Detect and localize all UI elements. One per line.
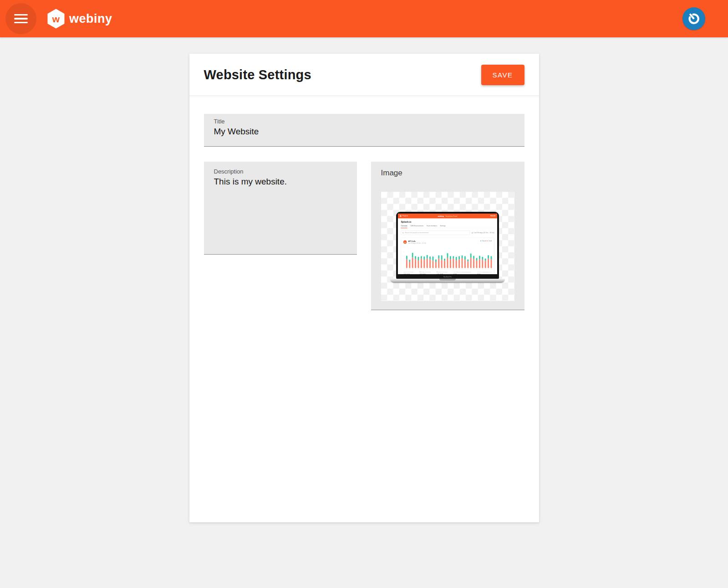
mini-user-label: Sven A xyxy=(490,215,495,217)
mini-bar xyxy=(444,259,445,269)
stat-total-api-calls: TOTAL API CALLS 94,342 xyxy=(403,271,413,274)
mini-webiny-icon: w xyxy=(403,240,407,244)
mini-bar xyxy=(482,257,483,269)
mini-brand-suffix: Serverless Panel xyxy=(446,215,458,217)
legend-saved-label: Saved xyxy=(482,240,486,242)
stat-orange-dot xyxy=(437,271,438,272)
image-field-label: Image xyxy=(381,169,514,178)
mini-search-input: Search for people or environments xyxy=(401,230,469,235)
mini-bar xyxy=(479,256,480,269)
mini-tabs: Overview CMS Environments Team members S… xyxy=(401,225,494,228)
mini-bar xyxy=(488,255,489,269)
mini-tab-settings: Settings xyxy=(440,225,445,227)
page-body: Website Settings SAVE Title Description … xyxy=(0,37,728,522)
mini-bar xyxy=(456,257,457,269)
avatar-power-icon xyxy=(684,9,703,28)
website-settings-card: Website Settings SAVE Title Description … xyxy=(189,54,539,522)
stat-teal-dot xyxy=(419,271,420,272)
form-row: Description This is my website. Image xyxy=(204,162,524,310)
mini-bar xyxy=(412,253,413,269)
mini-chart-legend: Saved Used xyxy=(480,240,492,242)
mini-bar xyxy=(418,257,419,269)
mini-tab-team-members: Team members xyxy=(427,225,437,227)
description-textarea[interactable]: This is my website. xyxy=(214,177,347,245)
webiny-logo-text: webiny xyxy=(69,12,112,26)
mini-bar xyxy=(438,256,439,269)
description-field[interactable]: Description This is my website. xyxy=(204,162,357,255)
mini-bar xyxy=(476,258,478,269)
mini-search-placeholder: Search for people or environments xyxy=(405,232,428,234)
webiny-logo[interactable]: w webiny xyxy=(47,9,112,29)
svg-text:w: w xyxy=(52,14,60,24)
macbook-pro-label: MacBook Pro xyxy=(443,276,452,277)
mini-bar xyxy=(406,256,407,269)
mini-bar xyxy=(485,258,486,269)
menu-button[interactable] xyxy=(5,3,36,34)
mini-bar xyxy=(447,253,448,269)
laptop-screen-content: Projects webiny Serverless Panel Sven A xyxy=(398,214,497,274)
title-field-label: Title xyxy=(214,118,514,125)
mini-bar xyxy=(415,256,416,269)
mini-bar xyxy=(409,260,410,269)
image-field: Image Projec xyxy=(371,162,524,310)
image-dropzone[interactable]: Projects webiny Serverless Panel Sven A xyxy=(381,192,514,301)
mini-date-range: Last 30 days (24 Jun - 24 Jul) xyxy=(472,232,494,234)
mini-card-title: API Calls xyxy=(408,240,426,242)
legend-used-label: Used xyxy=(489,240,492,242)
mini-bar xyxy=(464,256,466,269)
card-header: Website Settings SAVE xyxy=(189,54,539,96)
mini-card-header: w API Calls Last 30 days (24 Jun - 24 Ju… xyxy=(403,240,492,244)
webiny-logo-icon: w xyxy=(47,9,65,29)
laptop-screen: Projects webiny Serverless Panel Sven A xyxy=(398,214,497,274)
mini-bar xyxy=(462,256,463,269)
stat-avg-response-time: API AVERAGE RESPONSE TIME 563ms xyxy=(453,271,471,274)
mini-topbar: Projects webiny Serverless Panel Sven A xyxy=(398,214,497,218)
hamburger-menu-icon xyxy=(14,14,28,24)
mini-chart-yticks xyxy=(403,247,405,261)
stat-max-response-time: API MAX RESPONSE TIME 769ms xyxy=(477,271,492,274)
mini-bar xyxy=(421,256,422,269)
mini-brand-text: webiny xyxy=(438,215,444,217)
mini-bar xyxy=(441,256,443,269)
mini-stats-row: TOTAL API CALLS 94,342 SAVED API CALLS 2… xyxy=(403,271,492,274)
laptop-base xyxy=(390,279,505,283)
mini-bar xyxy=(450,256,451,269)
title-input[interactable] xyxy=(214,127,514,137)
settings-form: Title Description This is my website. Im… xyxy=(189,96,539,310)
mini-body: Splash.io Overview CMS Environments Team… xyxy=(398,220,497,274)
user-avatar[interactable] xyxy=(682,7,705,30)
mini-bar xyxy=(470,254,472,269)
legend-used-dot xyxy=(487,240,488,241)
mini-bar xyxy=(473,256,474,269)
mini-bar xyxy=(427,255,428,269)
search-icon xyxy=(402,232,404,234)
description-field-label: Description xyxy=(214,168,347,175)
mini-bar xyxy=(429,256,431,269)
app-root: w webiny Website Settings SAVE Title xyxy=(0,0,728,522)
mini-bar xyxy=(435,259,437,269)
mini-api-calls-card: w API Calls Last 30 days (24 Jun - 24 Ju… xyxy=(401,238,494,274)
mini-search-row: Search for people or environments xyxy=(401,230,494,235)
mini-bar xyxy=(453,256,454,269)
image-preview-laptop: Projects webiny Serverless Panel Sven A xyxy=(381,192,514,283)
calendar-icon xyxy=(472,232,473,234)
mini-bar xyxy=(433,256,434,269)
mini-chart-bars xyxy=(406,246,492,269)
mini-site-name: Splash.io xyxy=(401,220,494,223)
mini-tab-overview: Overview xyxy=(401,225,407,227)
mini-bar xyxy=(423,256,425,269)
mini-topbar-left-label: Projects xyxy=(402,215,408,217)
save-button[interactable]: SAVE xyxy=(481,65,524,85)
laptop-bezel: Projects webiny Serverless Panel Sven A xyxy=(396,212,499,279)
mini-card-subtitle: Last 30 days (24 Jun - 24 Jul) xyxy=(408,242,426,244)
page-title: Website Settings xyxy=(204,67,311,82)
mini-chart xyxy=(403,246,492,269)
mini-bar xyxy=(467,259,468,269)
stat-used-api-calls: USED API CALLS 69,379 xyxy=(437,271,447,274)
stat-saved-api-calls: SAVED API CALLS 24,945 xyxy=(419,271,430,274)
mini-bar xyxy=(458,256,460,269)
laptop-base-notch xyxy=(439,279,456,281)
app-header: w webiny xyxy=(0,0,728,37)
title-field[interactable]: Title xyxy=(204,114,524,147)
mini-tab-cms-environments: CMS Environments xyxy=(410,225,423,227)
